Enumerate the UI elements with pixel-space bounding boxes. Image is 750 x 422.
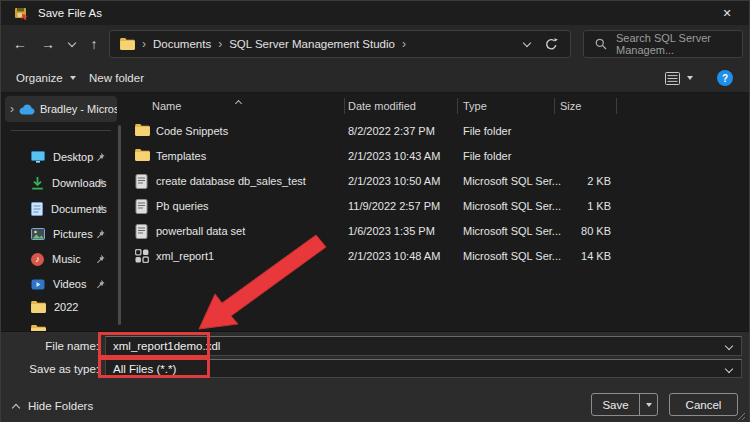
hide-folders-button[interactable]: Hide Folders (13, 396, 93, 416)
app-save-icon (14, 6, 29, 20)
column-separator[interactable] (457, 98, 458, 114)
xml-file-icon (135, 249, 149, 265)
column-separator[interactable] (344, 98, 345, 114)
table-row[interactable]: create database db_sales_test 2/1/2023 1… (123, 169, 743, 194)
sidebar-item-label: Music (52, 253, 81, 265)
new-folder-button[interactable]: New folder (89, 63, 144, 93)
titlebar: Save File As ✕ (1, 1, 749, 25)
pictures-icon (31, 228, 45, 240)
sidebar-item-videos[interactable]: Videos (1, 272, 117, 296)
pin-icon (95, 152, 105, 162)
breadcrumb-item-ssms[interactable]: SQL Server Management Studio (229, 38, 395, 50)
file-name-input[interactable]: xml_report1demo.xdl (105, 336, 742, 356)
file-date: 2/1/2023 10:50 AM (348, 169, 440, 194)
expand-chevron-icon[interactable]: › (10, 102, 14, 116)
chevron-down-icon[interactable] (725, 342, 733, 350)
forward-icon[interactable]: → (37, 25, 59, 63)
sidebar-item-desktop[interactable]: Desktop (1, 145, 117, 169)
navigation-pane: › Bradley - Micros Desktop (1, 93, 123, 331)
sidebar-item-partial[interactable] (1, 319, 117, 331)
sql-file-icon (135, 224, 148, 240)
sidebar-item-music[interactable]: ♪ Music (1, 247, 117, 271)
close-icon[interactable]: ✕ (705, 1, 749, 25)
organize-button[interactable]: Organize (16, 63, 76, 93)
change-view-button[interactable] (665, 63, 693, 93)
chevron-down-icon[interactable] (725, 364, 733, 372)
breadcrumb: › Documents › SQL Server Management Stud… (109, 30, 571, 58)
address-dropdown-chevron-icon[interactable] (524, 31, 530, 57)
column-header-size[interactable]: Size (560, 95, 581, 117)
file-date: 1/6/2023 1:35 PM (348, 219, 435, 244)
column-separator[interactable] (616, 98, 617, 114)
recent-locations-chevron-icon[interactable] (61, 25, 83, 63)
save-as-type-label: Save as type: (1, 363, 99, 375)
sidebar-item-pictures[interactable]: Pictures (1, 222, 117, 246)
cancel-button[interactable]: Cancel (669, 393, 738, 416)
sidebar-scrollbar[interactable] (118, 125, 121, 325)
save-dropdown-button[interactable] (640, 403, 657, 407)
search-placeholder: Search SQL Server Managem... (616, 32, 731, 56)
hide-folders-label: Hide Folders (28, 400, 93, 412)
search-icon (595, 38, 607, 50)
help-button[interactable]: ? (717, 63, 733, 93)
column-header-type[interactable]: Type (463, 95, 487, 117)
breadcrumb-separator: › (142, 37, 146, 51)
save-as-type-value: All Files (*.*) (113, 363, 176, 375)
file-size: 2 KB (523, 169, 611, 194)
column-header-date[interactable]: Date modified (348, 95, 416, 117)
navigation-bar: ← → ↑ › Documents › SQL Server Managemen… (1, 25, 749, 63)
file-name: create database db_sales_test (156, 169, 306, 194)
table-row[interactable]: Code Snippets 8/2/2022 2:37 PM File fold… (123, 119, 743, 144)
sql-file-icon (135, 174, 148, 190)
folder-icon (135, 124, 150, 140)
back-icon[interactable]: ← (9, 25, 31, 63)
save-as-type-select[interactable]: All Files (*.*) (105, 359, 742, 378)
up-icon[interactable]: ↑ (83, 25, 105, 63)
sidebar-item-label: 2022 (54, 301, 78, 313)
file-name: xml_report1 (156, 244, 214, 269)
table-row[interactable]: xml_report1 2/1/2023 10:48 AM Microsoft … (123, 244, 743, 269)
music-icon: ♪ (31, 253, 44, 266)
file-type: File folder (463, 144, 511, 169)
file-size: 80 KB (523, 219, 611, 244)
file-name: Templates (156, 144, 206, 169)
file-date: 8/2/2022 2:37 PM (348, 119, 435, 144)
refresh-icon[interactable] (545, 31, 558, 57)
help-icon: ? (717, 70, 733, 86)
file-type: File folder (463, 119, 511, 144)
sidebar-item-documents[interactable]: Documents (1, 197, 117, 221)
breadcrumb-item-documents[interactable]: Documents (153, 38, 211, 50)
column-separator[interactable] (554, 98, 555, 114)
sidebar-item-2022[interactable]: 2022 (1, 295, 117, 319)
file-name-label: File name: (1, 340, 99, 352)
table-row[interactable]: powerball data set 1/6/2023 1:35 PM Micr… (123, 219, 743, 244)
documents-icon (31, 202, 43, 216)
resize-grip[interactable] (737, 412, 746, 421)
save-button[interactable]: Save (591, 393, 658, 416)
sidebar-item-onedrive[interactable]: › Bradley - Micros (5, 96, 117, 122)
file-size (523, 119, 611, 144)
file-date: 2/1/2023 10:43 AM (348, 144, 440, 169)
file-date: 2/1/2023 10:48 AM (348, 244, 440, 269)
onedrive-cloud-icon (19, 104, 35, 115)
sidebar-item-label: Videos (53, 278, 86, 290)
column-headers: Name Date modified Type Size (123, 95, 749, 117)
search-input[interactable]: Search SQL Server Managem... (583, 30, 743, 58)
new-folder-label: New folder (89, 72, 144, 84)
save-file-as-dialog: Save File As ✕ ← → ↑ › Documents › SQL S… (0, 0, 750, 422)
sidebar-item-label: Pictures (53, 228, 93, 240)
desktop-icon (31, 151, 45, 163)
pin-icon (95, 204, 105, 214)
file-list: Name Date modified Type Size Code Snippe… (123, 93, 749, 331)
sort-ascending-icon (235, 100, 242, 107)
file-name: Pb queries (156, 194, 209, 219)
main-area: › Bradley - Micros Desktop (1, 93, 749, 331)
pin-icon (95, 229, 105, 239)
column-header-name[interactable]: Name (152, 95, 181, 117)
downloads-icon (31, 177, 44, 190)
file-size: 1 KB (523, 194, 611, 219)
folder-icon (120, 38, 135, 50)
table-row[interactable]: Pb queries 11/9/2022 2:57 PM Microsoft S… (123, 194, 743, 219)
sidebar-item-downloads[interactable]: Downloads (1, 171, 117, 195)
table-row[interactable]: Templates 2/1/2023 10:43 AM File folder (123, 144, 743, 169)
